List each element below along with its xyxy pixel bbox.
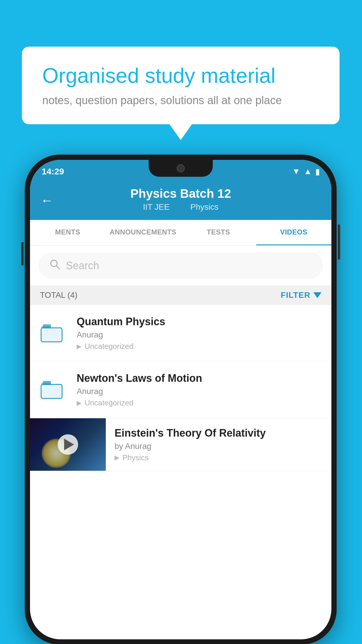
item-content: Newton's Laws of Motion Anurag ▶ Uncateg… (77, 372, 321, 407)
tab-ments[interactable]: MENTS (30, 220, 106, 245)
search-placeholder: Search (66, 260, 99, 272)
video-tag: ▶ Physics (115, 453, 323, 462)
status-time: 14:29 (42, 167, 64, 176)
list-item[interactable]: Newton's Laws of Motion Anurag ▶ Uncateg… (30, 362, 331, 418)
item-tag: ▶ Uncategorized (77, 398, 321, 407)
filter-button[interactable]: FILTER (281, 290, 321, 300)
battery-icon: ▮ (315, 167, 320, 176)
bubble-subtitle: notes, question papers, solutions all at… (42, 94, 319, 107)
total-count: TOTAL (4) (40, 290, 78, 300)
play-button[interactable] (58, 434, 78, 455)
tab-tests[interactable]: TESTS (181, 220, 256, 245)
status-icons: ▼ ▲ ▮ (292, 167, 320, 176)
svg-line-1 (57, 266, 59, 269)
svg-point-0 (51, 260, 57, 267)
tag-icon: ▶ (115, 454, 120, 461)
search-icon (50, 259, 60, 272)
video-list-item[interactable]: Einstein's Theory Of Relativity by Anura… (30, 418, 331, 471)
item-author: Anurag (77, 330, 321, 340)
volume-button (21, 242, 24, 265)
phone-screen: 14:29 ▼ ▲ ▮ ← Physics Batch 12 IIT JEE P… (30, 160, 331, 639)
svg-rect-5 (43, 381, 51, 385)
folder-icon (40, 320, 66, 346)
header-subtitle: IIT JEE Physics (42, 202, 320, 212)
video-title: Einstein's Theory Of Relativity (115, 427, 323, 439)
header-title: Physics Batch 12 (42, 187, 320, 201)
power-button (338, 225, 340, 260)
item-author: Anurag (77, 387, 321, 396)
tab-videos[interactable]: VIDEOS (256, 220, 332, 245)
tab-announcements[interactable]: ANNOUNCEMENTS (106, 220, 181, 245)
app-header: ← Physics Batch 12 IIT JEE Physics (30, 181, 331, 220)
item-content: Quantum Physics Anurag ▶ Uncategorized (77, 316, 321, 351)
play-icon (64, 439, 74, 450)
tag-label: Uncategorized (85, 342, 133, 351)
item-title: Quantum Physics (77, 316, 321, 328)
search-bar[interactable]: Search (39, 253, 323, 278)
filter-bar: TOTAL (4) FILTER (30, 285, 331, 305)
tag-icon: ▶ (77, 343, 82, 350)
item-title: Newton's Laws of Motion (77, 372, 321, 384)
tag-icon: ▶ (77, 399, 82, 407)
folder-icon (40, 377, 66, 403)
item-tag: ▶ Uncategorized (77, 342, 321, 351)
svg-rect-4 (41, 384, 62, 398)
phone-outer: 14:29 ▼ ▲ ▮ ← Physics Batch 12 IIT JEE P… (25, 155, 337, 644)
tag-label: Uncategorized (85, 398, 133, 407)
phone-notch (149, 160, 213, 177)
back-button[interactable]: ← (41, 193, 53, 208)
bubble-title: Organised study material (42, 64, 319, 87)
front-camera (177, 164, 185, 172)
filter-icon (313, 292, 321, 298)
tabs-bar: MENTS ANNOUNCEMENTS TESTS VIDEOS (30, 220, 331, 246)
signal-icon: ▲ (304, 167, 312, 176)
video-content: Einstein's Theory Of Relativity by Anura… (106, 419, 331, 470)
wifi-icon: ▼ (292, 167, 301, 176)
tag-label: Physics (122, 453, 149, 462)
video-author: by Anurag (115, 442, 323, 451)
svg-rect-3 (43, 324, 51, 328)
speech-bubble: Organised study material notes, question… (22, 47, 340, 124)
video-thumbnail (30, 418, 106, 471)
header-subtitle-physics: Physics (190, 202, 218, 211)
header-subtitle-separator (179, 202, 184, 211)
list-item[interactable]: Quantum Physics Anurag ▶ Uncategorized (30, 305, 331, 362)
phone-container: 14:29 ▼ ▲ ▮ ← Physics Batch 12 IIT JEE P… (25, 155, 337, 644)
svg-rect-2 (41, 328, 62, 342)
filter-label: FILTER (281, 290, 310, 300)
header-subtitle-iitjee: IIT JEE (143, 202, 169, 211)
